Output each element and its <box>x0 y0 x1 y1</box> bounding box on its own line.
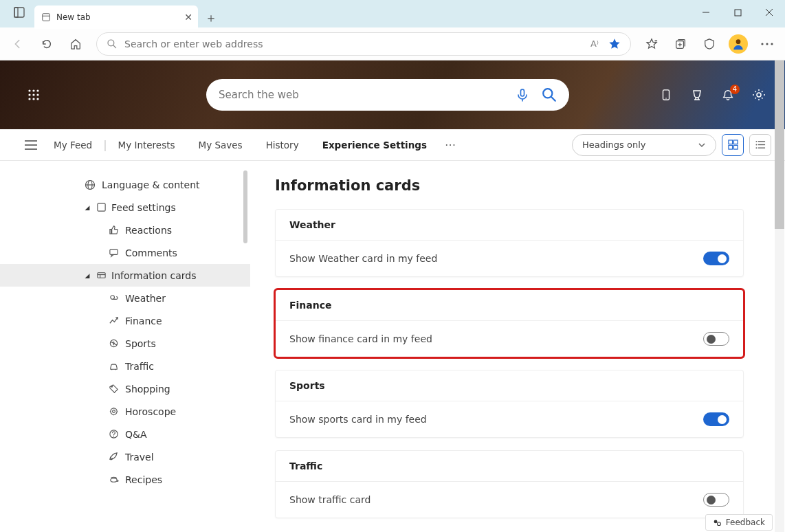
feed-icon <box>93 202 109 212</box>
favorite-star-icon[interactable] <box>608 38 621 50</box>
sidebar-item-label: Q&A <box>125 429 147 440</box>
close-window-button[interactable] <box>753 0 785 25</box>
sidebar-lang-content[interactable]: Language & content <box>0 173 250 196</box>
feedback-icon <box>713 518 722 527</box>
toggle-finance[interactable] <box>703 332 729 346</box>
sidebar-item-label: Traffic <box>125 361 154 372</box>
toggle-traffic[interactable] <box>703 493 729 507</box>
svg-point-17 <box>766 43 768 45</box>
favorites-hub-icon[interactable] <box>639 32 664 56</box>
voice-search-icon[interactable] <box>516 88 529 102</box>
svg-rect-0 <box>14 8 24 17</box>
sidebar-info-cards[interactable]: ◢ Information cards <box>0 264 250 287</box>
sidebar-lang-label: Language & content <box>102 179 200 190</box>
svg-point-29 <box>543 89 552 98</box>
sidebar-scrollbar[interactable] <box>243 170 247 243</box>
svg-point-23 <box>32 93 34 96</box>
read-aloud-icon[interactable]: A⁾ <box>590 38 599 49</box>
headings-dropdown[interactable]: Headings only <box>572 134 716 156</box>
tab-title: New tab <box>56 12 91 22</box>
new-tab-button[interactable]: ＋ <box>205 10 217 26</box>
sidebar-sports[interactable]: Sports <box>0 332 250 355</box>
svg-point-8 <box>108 40 114 46</box>
svg-point-22 <box>28 93 30 96</box>
sidebar-item-label: Travel <box>125 452 154 463</box>
nav-history[interactable]: History <box>258 140 307 151</box>
settings-gear-icon[interactable] <box>752 88 766 102</box>
sidebar-feed-settings[interactable]: ◢ Feed settings <box>0 196 250 219</box>
toggle-sports[interactable] <box>703 412 729 426</box>
nav-my-saves[interactable]: My Saves <box>190 140 251 151</box>
maximize-button[interactable] <box>722 0 753 25</box>
search-submit-icon[interactable] <box>542 87 557 102</box>
home-button[interactable] <box>63 32 88 56</box>
web-search-bar[interactable] <box>206 79 569 111</box>
svg-point-58 <box>112 410 115 413</box>
minimize-button[interactable] <box>690 0 722 25</box>
feedback-button[interactable]: Feedback <box>705 514 773 531</box>
back-button[interactable] <box>5 32 30 56</box>
nav-experience-settings[interactable]: Experience Settings <box>314 140 435 151</box>
sidebar-travel[interactable]: Travel <box>0 445 250 468</box>
sidebar-qa[interactable]: Q&A <box>0 423 250 445</box>
nav-my-interests[interactable]: My Interests <box>110 140 184 151</box>
close-tab-icon[interactable]: ✕ <box>184 12 192 23</box>
rewards-icon[interactable] <box>690 88 704 102</box>
sidebar-info-label: Information cards <box>111 270 196 281</box>
page-scrollbar-thumb[interactable] <box>775 60 784 229</box>
page-scrollbar-track[interactable] <box>775 60 784 532</box>
card-finance: Finance Show finance card in my feed <box>275 289 744 357</box>
svg-point-24 <box>36 93 38 96</box>
card-desc: Show traffic card <box>289 494 371 505</box>
address-input[interactable] <box>124 38 584 49</box>
finance-icon <box>106 315 121 326</box>
feedback-label: Feedback <box>726 518 765 527</box>
content-area: Language & content ◢ Feed settings React… <box>0 161 785 532</box>
more-menu-icon[interactable] <box>755 32 780 56</box>
comment-icon <box>106 247 121 258</box>
card-title: Traffic <box>276 451 743 482</box>
sidebar-reactions[interactable]: Reactions <box>0 219 250 241</box>
tab-actions-icon[interactable] <box>14 7 25 18</box>
svg-rect-50 <box>97 203 104 211</box>
sidebar-recipes[interactable]: Recipes <box>0 468 250 491</box>
collections-icon[interactable] <box>668 32 693 56</box>
list-view-button[interactable] <box>749 134 771 156</box>
sidebar-item-label: Recipes <box>125 474 162 485</box>
sidebar-feed-label: Feed settings <box>111 202 176 213</box>
browser-extras-icon[interactable] <box>697 32 722 56</box>
sidebar-shopping[interactable]: Shopping <box>0 377 250 400</box>
mobile-icon[interactable] <box>660 89 672 101</box>
cards-icon <box>93 270 109 280</box>
app-launcher-icon[interactable] <box>27 89 40 101</box>
profile-avatar[interactable] <box>726 32 751 56</box>
web-search-input[interactable] <box>219 89 516 101</box>
page-heading: Information cards <box>275 177 744 194</box>
subnav-menu-icon[interactable] <box>16 140 45 150</box>
svg-point-60 <box>110 478 116 483</box>
sidebar-finance[interactable]: Finance <box>0 309 250 332</box>
sidebar-horoscope[interactable]: Horoscope <box>0 400 250 423</box>
grid-view-button[interactable] <box>722 134 744 156</box>
globe-icon <box>82 179 98 190</box>
nav-my-feed[interactable]: My Feed <box>45 140 100 151</box>
browser-tab[interactable]: New tab ✕ <box>34 5 198 29</box>
toggle-weather[interactable] <box>703 252 729 265</box>
address-bar[interactable]: A⁾ <box>96 32 631 56</box>
svg-point-26 <box>32 98 34 100</box>
svg-rect-28 <box>521 89 524 96</box>
notifications-icon[interactable]: 4 <box>722 89 734 101</box>
subnav-more-icon[interactable]: ⋯ <box>445 138 456 151</box>
svg-line-30 <box>551 97 555 101</box>
window-titlebar: New tab ✕ ＋ <box>0 0 785 27</box>
card-weather: Weather Show Weather card in my feed <box>275 209 744 277</box>
caret-icon: ◢ <box>81 272 93 279</box>
refresh-button[interactable] <box>34 32 59 56</box>
sidebar-item-label: Sports <box>125 338 156 349</box>
svg-point-55 <box>110 296 114 300</box>
svg-point-21 <box>36 89 38 91</box>
sidebar-weather[interactable]: Weather <box>0 287 250 309</box>
sidebar-traffic[interactable]: Traffic <box>0 355 250 377</box>
sidebar-comments[interactable]: Comments <box>0 241 250 264</box>
svg-point-20 <box>32 89 34 91</box>
